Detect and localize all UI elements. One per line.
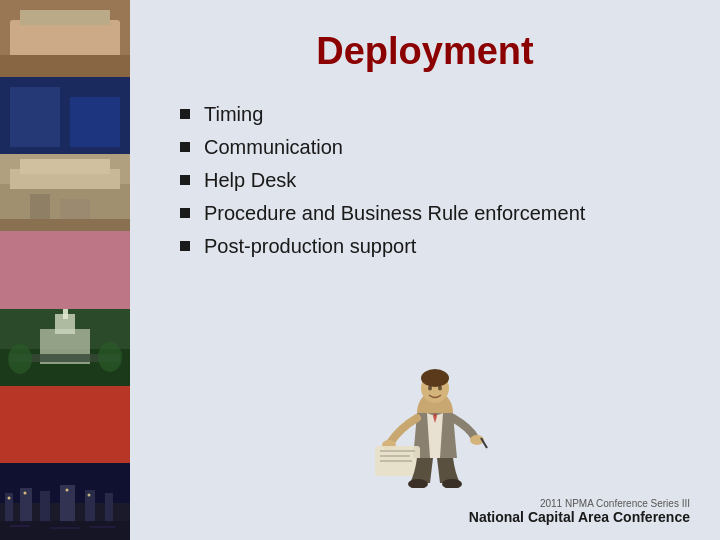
bullet-text-1: Timing xyxy=(204,103,263,126)
svg-rect-1 xyxy=(0,0,130,77)
sidebar-img-3 xyxy=(0,154,130,231)
svg-rect-7 xyxy=(90,8,110,35)
svg-rect-4 xyxy=(0,60,130,77)
bullet-square-4 xyxy=(180,208,190,218)
list-item: Post-production support xyxy=(180,235,690,258)
svg-rect-17 xyxy=(0,219,130,231)
sidebar-img-7 xyxy=(0,463,130,540)
svg-rect-5 xyxy=(20,5,35,35)
main-content: Deployment Timing Communication Help Des… xyxy=(130,0,720,540)
sidebar-img-5 xyxy=(0,309,130,386)
svg-rect-14 xyxy=(20,159,110,174)
bullet-text-5: Post-production support xyxy=(204,235,416,258)
list-item: Timing xyxy=(180,103,690,126)
svg-point-48 xyxy=(421,369,449,387)
svg-point-49 xyxy=(428,386,432,391)
list-item: Communication xyxy=(180,136,690,159)
person-illustration xyxy=(345,358,505,488)
illustration-area xyxy=(160,358,690,488)
bullet-list: Timing Communication Help Desk Procedure… xyxy=(180,103,690,368)
footer-main-line: National Capital Area Conference xyxy=(160,509,690,525)
svg-rect-53 xyxy=(380,450,415,452)
svg-point-27 xyxy=(98,342,122,372)
list-item: Procedure and Business Rule enforcement xyxy=(180,202,690,225)
footer: 2011 NPMA Conference Series III National… xyxy=(160,498,690,525)
svg-point-39 xyxy=(24,491,27,494)
svg-rect-3 xyxy=(15,15,115,40)
svg-point-26 xyxy=(8,344,32,374)
list-item: Help Desk xyxy=(180,169,690,192)
svg-rect-55 xyxy=(380,460,412,462)
slide: Deployment Timing Communication Help Des… xyxy=(0,0,720,540)
svg-rect-45 xyxy=(90,526,115,528)
sidebar-img-1 xyxy=(0,0,130,77)
sidebar xyxy=(0,0,130,540)
svg-rect-42 xyxy=(0,521,130,540)
bullet-square-5 xyxy=(180,241,190,251)
bullet-text-2: Communication xyxy=(204,136,343,159)
sidebar-img-6 xyxy=(0,386,130,463)
svg-rect-19 xyxy=(0,231,130,308)
slide-title: Deployment xyxy=(160,30,690,73)
svg-rect-54 xyxy=(380,455,410,457)
sidebar-img-2 xyxy=(0,77,130,154)
footer-sub-line: 2011 NPMA Conference Series III xyxy=(160,498,690,509)
svg-rect-43 xyxy=(10,525,30,527)
svg-rect-44 xyxy=(50,527,80,529)
svg-rect-37 xyxy=(105,493,113,523)
svg-rect-34 xyxy=(40,491,50,523)
bullet-square-2 xyxy=(180,142,190,152)
svg-point-40 xyxy=(66,488,69,491)
svg-point-41 xyxy=(88,493,91,496)
sidebar-img-4 xyxy=(0,231,130,308)
bullet-square-3 xyxy=(180,175,190,185)
bullet-text-3: Help Desk xyxy=(204,169,296,192)
svg-rect-10 xyxy=(70,97,120,147)
svg-rect-6 xyxy=(50,10,80,35)
svg-rect-24 xyxy=(63,309,68,319)
bullet-text-4: Procedure and Business Rule enforcement xyxy=(204,202,585,225)
svg-rect-29 xyxy=(0,386,130,463)
svg-point-50 xyxy=(438,386,442,391)
bullet-square-1 xyxy=(180,109,190,119)
svg-point-38 xyxy=(8,496,11,499)
svg-rect-9 xyxy=(10,87,60,147)
svg-rect-2 xyxy=(5,35,125,75)
svg-rect-0 xyxy=(0,0,130,77)
